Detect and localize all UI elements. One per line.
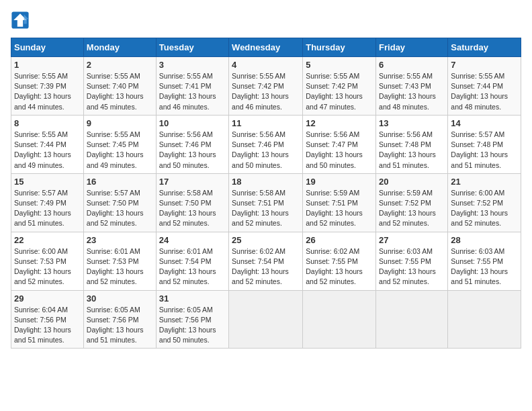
day-number: 1 [14, 60, 81, 70]
day-number: 12 [306, 118, 373, 128]
day-detail: Sunrise: 5:55 AMSunset: 7:44 PMDaylight:… [451, 72, 508, 111]
day-number: 16 [87, 177, 153, 187]
calendar-cell: 15 Sunrise: 5:57 AMSunset: 7:49 PMDaylig… [11, 173, 84, 232]
day-detail: Sunrise: 5:55 AMSunset: 7:43 PMDaylight:… [379, 72, 436, 111]
day-detail: Sunrise: 6:05 AMSunset: 7:56 PMDaylight:… [87, 306, 144, 345]
day-detail: Sunrise: 6:03 AMSunset: 7:55 PMDaylight:… [451, 247, 508, 286]
calendar-table: SundayMondayTuesdayWednesdayThursdayFrid… [11, 38, 521, 349]
calendar-cell: 29 Sunrise: 6:04 AMSunset: 7:56 PMDaylig… [11, 290, 84, 349]
day-detail: Sunrise: 5:55 AMSunset: 7:45 PMDaylight:… [87, 130, 144, 169]
calendar-cell: 9 Sunrise: 5:55 AMSunset: 7:45 PMDayligh… [83, 115, 156, 173]
day-number: 17 [159, 177, 226, 187]
day-detail: Sunrise: 5:58 AMSunset: 7:50 PMDaylight:… [159, 189, 216, 228]
day-number: 22 [14, 235, 81, 245]
day-detail: Sunrise: 6:04 AMSunset: 7:56 PMDaylight:… [14, 306, 71, 345]
calendar-cell: 24 Sunrise: 6:01 AMSunset: 7:54 PMDaylig… [156, 232, 228, 290]
calendar-week-row: 8 Sunrise: 5:55 AMSunset: 7:44 PMDayligh… [11, 115, 521, 173]
calendar-cell: 3 Sunrise: 5:55 AMSunset: 7:41 PMDayligh… [156, 57, 228, 116]
calendar-cell: 14 Sunrise: 5:57 AMSunset: 7:48 PMDaylig… [448, 115, 521, 173]
day-number: 11 [232, 118, 300, 128]
calendar-cell: 17 Sunrise: 5:58 AMSunset: 7:50 PMDaylig… [156, 173, 228, 232]
logo [11, 11, 32, 30]
day-number: 29 [14, 293, 81, 304]
calendar-cell [376, 290, 448, 349]
calendar-cell: 23 Sunrise: 6:01 AMSunset: 7:53 PMDaylig… [83, 232, 156, 290]
calendar-cell: 5 Sunrise: 5:55 AMSunset: 7:42 PMDayligh… [303, 57, 376, 116]
day-detail: Sunrise: 5:57 AMSunset: 7:50 PMDaylight:… [87, 189, 144, 228]
day-header-tuesday: Tuesday [156, 38, 228, 57]
day-header-thursday: Thursday [303, 38, 376, 57]
calendar-header-row: SundayMondayTuesdayWednesdayThursdayFrid… [11, 38, 521, 57]
calendar-cell: 26 Sunrise: 6:02 AMSunset: 7:55 PMDaylig… [303, 232, 376, 290]
calendar-week-row: 22 Sunrise: 6:00 AMSunset: 7:53 PMDaylig… [11, 232, 521, 290]
calendar-cell: 31 Sunrise: 6:05 AMSunset: 7:56 PMDaylig… [156, 290, 228, 349]
day-detail: Sunrise: 5:56 AMSunset: 7:46 PMDaylight:… [232, 130, 289, 169]
day-number: 15 [14, 177, 81, 187]
calendar-cell: 19 Sunrise: 5:59 AMSunset: 7:51 PMDaylig… [303, 173, 376, 232]
day-detail: Sunrise: 6:01 AMSunset: 7:53 PMDaylight:… [87, 247, 144, 286]
day-detail: Sunrise: 5:55 AMSunset: 7:44 PMDaylight:… [14, 130, 71, 169]
calendar-cell: 21 Sunrise: 6:00 AMSunset: 7:52 PMDaylig… [448, 173, 521, 232]
day-detail: Sunrise: 5:56 AMSunset: 7:48 PMDaylight:… [379, 130, 436, 169]
day-number: 8 [14, 118, 81, 128]
day-number: 4 [232, 60, 300, 70]
day-number: 3 [159, 60, 226, 70]
day-header-monday: Monday [83, 38, 156, 57]
calendar-cell: 11 Sunrise: 5:56 AMSunset: 7:46 PMDaylig… [229, 115, 303, 173]
calendar-cell: 13 Sunrise: 5:56 AMSunset: 7:48 PMDaylig… [376, 115, 448, 173]
day-header-friday: Friday [376, 38, 448, 57]
day-detail: Sunrise: 5:57 AMSunset: 7:48 PMDaylight:… [451, 130, 508, 169]
calendar-week-row: 1 Sunrise: 5:55 AMSunset: 7:39 PMDayligh… [11, 57, 521, 116]
day-detail: Sunrise: 5:58 AMSunset: 7:51 PMDaylight:… [232, 189, 289, 228]
day-detail: Sunrise: 6:00 AMSunset: 7:53 PMDaylight:… [14, 247, 71, 286]
day-number: 25 [232, 235, 300, 245]
day-number: 10 [159, 118, 226, 128]
calendar-cell: 30 Sunrise: 6:05 AMSunset: 7:56 PMDaylig… [83, 290, 156, 349]
calendar-cell: 20 Sunrise: 5:59 AMSunset: 7:52 PMDaylig… [376, 173, 448, 232]
day-detail: Sunrise: 5:55 AMSunset: 7:40 PMDaylight:… [87, 72, 144, 111]
calendar-cell [303, 290, 376, 349]
calendar-cell [229, 290, 303, 349]
calendar-cell: 8 Sunrise: 5:55 AMSunset: 7:44 PMDayligh… [11, 115, 84, 173]
calendar-cell: 7 Sunrise: 5:55 AMSunset: 7:44 PMDayligh… [448, 57, 521, 116]
day-number: 2 [87, 60, 153, 70]
day-header-wednesday: Wednesday [229, 38, 303, 57]
calendar-cell: 22 Sunrise: 6:00 AMSunset: 7:53 PMDaylig… [11, 232, 84, 290]
calendar-week-row: 29 Sunrise: 6:04 AMSunset: 7:56 PMDaylig… [11, 290, 521, 349]
day-number: 30 [87, 293, 153, 304]
day-number: 31 [159, 293, 226, 304]
calendar-cell: 1 Sunrise: 5:55 AMSunset: 7:39 PMDayligh… [11, 57, 84, 116]
calendar-cell: 4 Sunrise: 5:55 AMSunset: 7:42 PMDayligh… [229, 57, 303, 116]
day-header-sunday: Sunday [11, 38, 84, 57]
day-detail: Sunrise: 6:02 AMSunset: 7:54 PMDaylight:… [232, 247, 289, 286]
calendar-cell: 18 Sunrise: 5:58 AMSunset: 7:51 PMDaylig… [229, 173, 303, 232]
calendar-week-row: 15 Sunrise: 5:57 AMSunset: 7:49 PMDaylig… [11, 173, 521, 232]
day-number: 27 [379, 235, 445, 245]
page-header [11, 11, 521, 30]
calendar-cell: 6 Sunrise: 5:55 AMSunset: 7:43 PMDayligh… [376, 57, 448, 116]
calendar-cell: 27 Sunrise: 6:03 AMSunset: 7:55 PMDaylig… [376, 232, 448, 290]
day-number: 6 [379, 60, 445, 70]
day-number: 19 [306, 177, 373, 187]
day-number: 7 [451, 60, 518, 70]
day-number: 28 [451, 235, 518, 245]
day-detail: Sunrise: 6:02 AMSunset: 7:55 PMDaylight:… [306, 247, 363, 286]
day-detail: Sunrise: 6:01 AMSunset: 7:54 PMDaylight:… [159, 247, 216, 286]
calendar-cell: 10 Sunrise: 5:56 AMSunset: 7:46 PMDaylig… [156, 115, 228, 173]
day-detail: Sunrise: 5:59 AMSunset: 7:52 PMDaylight:… [379, 189, 436, 228]
calendar-cell: 28 Sunrise: 6:03 AMSunset: 7:55 PMDaylig… [448, 232, 521, 290]
day-header-saturday: Saturday [448, 38, 521, 57]
day-number: 26 [306, 235, 373, 245]
day-number: 14 [451, 118, 518, 128]
calendar-cell: 16 Sunrise: 5:57 AMSunset: 7:50 PMDaylig… [83, 173, 156, 232]
day-detail: Sunrise: 5:56 AMSunset: 7:46 PMDaylight:… [159, 130, 216, 169]
day-number: 18 [232, 177, 300, 187]
day-detail: Sunrise: 5:55 AMSunset: 7:41 PMDaylight:… [159, 72, 216, 111]
day-detail: Sunrise: 6:03 AMSunset: 7:55 PMDaylight:… [379, 247, 436, 286]
day-number: 9 [87, 118, 153, 128]
day-number: 21 [451, 177, 518, 187]
day-number: 13 [379, 118, 445, 128]
day-number: 24 [159, 235, 226, 245]
day-detail: Sunrise: 6:00 AMSunset: 7:52 PMDaylight:… [451, 189, 508, 228]
logo-icon [11, 11, 30, 30]
